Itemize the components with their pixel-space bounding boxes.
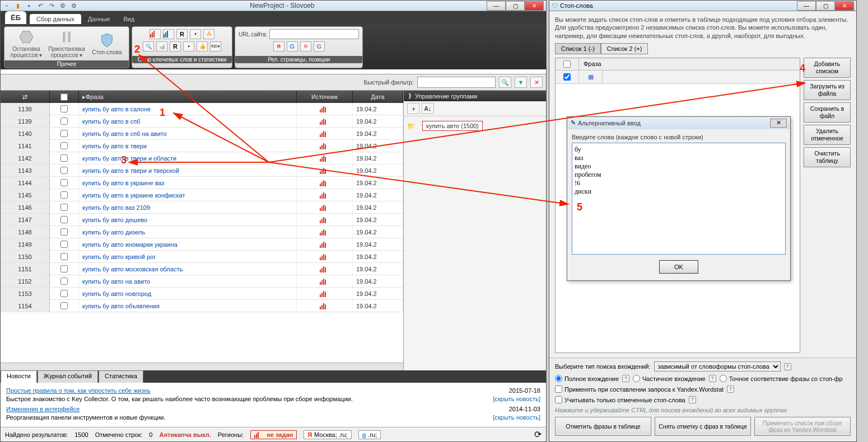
sw-minimize-button[interactable]: — [797,1,816,11]
phrase-cell[interactable]: купить бу авто в твери и области [79,152,297,164]
table-row[interactable]: 1142купить бу авто в твери и области19.0… [1,152,403,164]
row-header-icon[interactable]: ⇄ [1,91,50,103]
row-checkbox[interactable] [50,275,79,287]
sw-col-phrase[interactable]: Фраза [579,58,800,70]
table-row[interactable]: 1143купить бу авто в твери и тверской19.… [1,164,403,177]
maximize-button[interactable]: ▢ [506,1,525,11]
filter-apply-button[interactable]: 🔍 [499,77,511,88]
checkbox-marked-only[interactable]: Учитывать только отмеченные стоп-слова [555,396,685,403]
mini-btn-kei[interactable]: KEI▾ [210,41,221,51]
radio-full[interactable]: Полное вхождение [555,375,619,382]
table-row[interactable]: 1149купить бу авто иномарки украина19.04… [1,238,403,251]
gear-icon[interactable]: ⚙ [59,2,67,10]
phrase-cell[interactable]: купить бу авто в украине конфискат [79,189,297,201]
unmark-phrases-button[interactable]: Снять отметку с фраз в таблице [655,417,751,436]
col-date[interactable]: Дата [353,91,403,103]
region-google-chip[interactable]: g .ru; [358,430,381,439]
news-link-2[interactable]: Изменения в интерфейсе [6,406,80,412]
table-body[interactable]: 1138купить бу авто в салоне19.04.21139ку… [1,103,403,363]
col-source[interactable]: Источник [297,91,353,103]
close-button[interactable]: ✕ [525,1,544,11]
mini-btn-search[interactable]: 🔍 [143,41,154,51]
stop-processes-button[interactable]: Остановка процессов ▾ [8,29,45,58]
horizontal-scrollbar[interactable] [1,363,403,370]
apply-list-button[interactable]: Применить список при сборе фраз из Yande… [754,417,851,436]
alt-dialog-close[interactable]: ✕ [770,119,787,128]
tab-list1[interactable]: Список 1 (-) [555,43,601,54]
phrase-cell[interactable]: купить бу авто дешево [79,214,297,225]
table-row[interactable]: 1139купить бу авто в спб19.04.2 [1,115,403,128]
row-checkbox[interactable] [50,189,79,201]
table-row[interactable]: 1153купить бу авто новгород19.04.2 [1,288,403,300]
load-file-button[interactable]: Загрузить из файла [804,80,851,100]
google2-icon[interactable]: G [314,41,325,51]
open-folder-icon[interactable]: ▮ [14,2,22,10]
mini-btn-r2[interactable]: R [170,41,181,51]
table-row[interactable]: 1141купить бу авто в твери19.04.2 [1,140,403,152]
mini-btn-like[interactable]: 👍 [197,41,208,51]
filter-clear-button[interactable]: ✕ [530,77,543,88]
phrase-cell[interactable]: купить бу авто иномарки украина [79,238,297,250]
yandex-icon[interactable]: Я [273,41,284,51]
help-icon-1[interactable]: ? [622,375,629,382]
mini-btn-dot2[interactable]: • [183,41,194,51]
sw-close-button[interactable]: ✕ [835,1,854,11]
mini-btn-r[interactable]: R [176,29,188,39]
phrase-cell[interactable]: купить бу авто московская область [79,263,297,275]
radio-partial[interactable]: Частичное вхождение [633,375,706,382]
table-row[interactable]: 1145купить бу авто в украине конфискат19… [1,189,403,201]
filter-input[interactable] [417,77,496,88]
url-input[interactable] [269,29,359,39]
tab-list2[interactable]: Список 2 (+) [601,43,648,54]
row-checkbox[interactable] [50,177,79,189]
radio-exact[interactable]: Точное соответствие фразы со стоп-фр [720,375,843,382]
row-checkbox[interactable] [50,288,79,299]
phrase-cell[interactable]: купить бу авто в спб на авито [79,128,297,139]
table-row[interactable]: 1150купить бу авто кривой рог19.04.2 [1,251,403,263]
phrase-cell[interactable]: купить бу авто в спб [79,115,297,127]
redo-icon[interactable]: ↷ [48,2,55,10]
row-checkbox[interactable] [50,103,79,115]
mini-btn-2[interactable] [163,29,174,39]
header-checkbox[interactable] [50,91,79,103]
phrase-cell[interactable]: купить бу авто в твери и тверской [79,164,297,176]
alt-ok-button[interactable]: OK [659,260,698,274]
help-icon[interactable]: ? [784,363,791,370]
table-row[interactable]: 1144купить бу авто в украине ваз19.04.2 [1,177,403,189]
news-link-1[interactable]: Простые правила о том, как упростить себ… [6,387,151,394]
phrase-cell[interactable]: купить бу авто на авито [79,275,297,287]
search-type-select[interactable]: зависимый от словоформы стоп-слова [654,361,781,372]
tab-log[interactable]: Журнал событий [38,370,98,383]
phrase-cell[interactable]: купить бу авто объявления [79,300,297,312]
help-icon-4[interactable]: ? [689,396,696,403]
app-button[interactable]: ЁБ [5,11,26,24]
help-icon-2[interactable]: ? [709,375,716,382]
phrase-cell[interactable]: купить бу авто новгород [79,288,297,299]
group-add-button[interactable]: ＋ [407,103,419,114]
collapse-icon[interactable]: ⟫ [408,92,412,100]
col-phrase[interactable]: ▸ Фраза [79,91,297,103]
phrase-cell[interactable]: купить бу авто в салоне [79,103,297,115]
minimize-button[interactable]: — [487,1,506,11]
phrase-cell[interactable]: купить бу авто ваз 2109 [79,201,297,213]
group-sort-button[interactable]: A↓ [422,103,434,114]
pause-processes-button[interactable]: Приостановка процессов ▾ [48,29,85,58]
sw-tool-icon[interactable]: ▦ [579,70,603,83]
new-file-icon[interactable]: ▫ [3,2,11,10]
table-row[interactable]: 1146купить бу авто ваз 210919.04.2 [1,201,403,214]
region-yandex-chip[interactable]: Я Москва; .ru; [304,430,351,439]
mark-phrases-button[interactable]: Отметить фразы в таблице [555,417,651,436]
help-icon-3[interactable]: ? [727,385,734,393]
stopwords-button[interactable]: Стоп-слова [88,32,125,55]
hide-news-1[interactable]: [скрыть новость] [493,396,540,402]
table-row[interactable]: 1152купить бу авто на авито19.04.2 [1,275,403,288]
mini-btn-1[interactable] [150,29,161,39]
checkbox-wordstat[interactable]: Применять при составлении запроса к Yand… [555,385,724,393]
group-item[interactable]: купить авто (1500) [422,121,483,131]
table-row[interactable]: 1138купить бу авто в салоне19.04.2 [1,103,403,115]
table-row[interactable]: 1147купить бу авто дешево19.04.2 [1,214,403,226]
mini-btn-chart[interactable]: 📊 [156,41,167,51]
undo-icon[interactable]: ↶ [36,2,44,10]
mini-btn-dot[interactable]: • [190,29,201,39]
tab-dannye[interactable]: Данные [81,14,117,24]
